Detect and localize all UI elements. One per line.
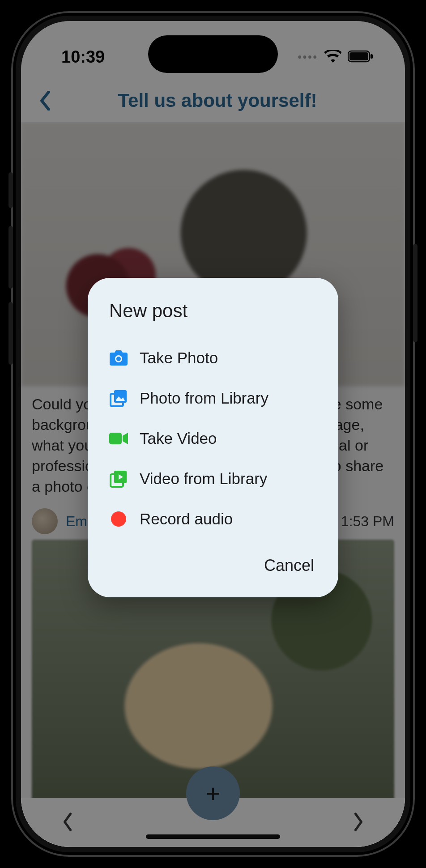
option-label: Photo from Library [140, 389, 268, 407]
video-library-icon [109, 469, 128, 488]
new-post-dialog: New post Take Photo Photo from Library T… [88, 278, 338, 597]
video-camera-icon [109, 429, 128, 448]
option-label: Record audio [140, 510, 233, 528]
option-label: Video from Library [140, 470, 267, 488]
mute-switch [9, 172, 13, 208]
screen: 10:39 •••• Tell us about yourself! Could… [21, 21, 405, 847]
option-label: Take Video [140, 430, 217, 447]
power-button [413, 244, 417, 342]
svg-point-4 [116, 357, 121, 361]
camera-icon [109, 349, 128, 367]
home-indicator[interactable] [146, 834, 280, 839]
photo-library-icon [109, 389, 128, 408]
volume-down-button [9, 302, 13, 365]
option-label: Take Photo [140, 349, 218, 367]
dialog-title: New post [109, 300, 317, 322]
dialog-actions: Cancel [109, 552, 317, 579]
take-video-option[interactable]: Take Video [109, 418, 317, 459]
svg-marker-9 [123, 433, 128, 444]
volume-up-button [9, 226, 13, 289]
record-audio-option[interactable]: Record audio [109, 499, 317, 539]
cancel-button[interactable]: Cancel [261, 552, 317, 579]
dynamic-island [148, 35, 278, 73]
record-icon [109, 510, 128, 528]
phone-frame: 10:39 •••• Tell us about yourself! Could… [11, 11, 415, 857]
photo-from-library-option[interactable]: Photo from Library [109, 378, 317, 418]
take-photo-option[interactable]: Take Photo [109, 338, 317, 378]
svg-rect-8 [109, 433, 122, 444]
video-from-library-option[interactable]: Video from Library [109, 459, 317, 499]
